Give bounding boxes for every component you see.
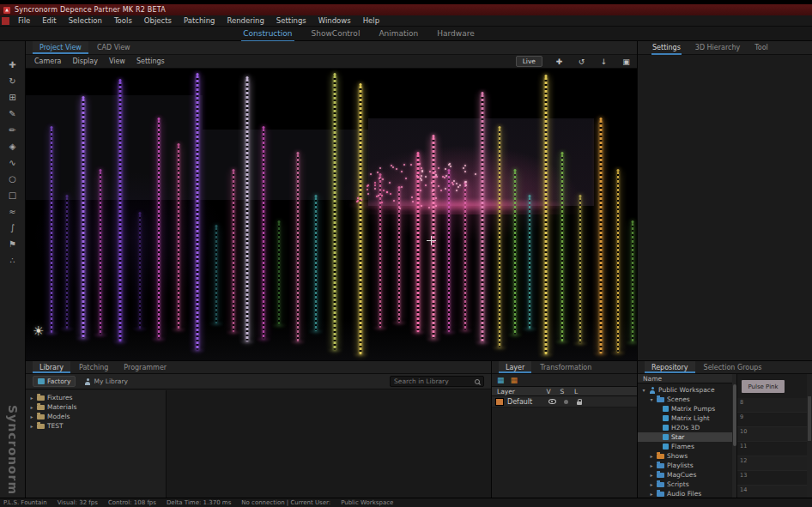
expander-icon	[649, 481, 654, 487]
folder-icon	[657, 397, 664, 402]
fountain-scene[interactable]: ☀	[26, 69, 637, 360]
transform-tool-icon[interactable]: ⊞	[5, 93, 21, 103]
tab-selection-groups[interactable]: Selection Groups	[697, 361, 769, 373]
tree-item-scripts[interactable]: Scripts	[638, 480, 732, 489]
cue-row[interactable]: 12	[737, 456, 807, 471]
tab-construction[interactable]: Construction	[241, 27, 294, 40]
tab-settings[interactable]: Settings	[651, 41, 682, 54]
tree-item-scenes[interactable]: Scenes	[638, 395, 732, 404]
viewport-menu-display[interactable]: Display	[72, 57, 98, 65]
draw-tool-icon[interactable]: ✎	[5, 109, 21, 119]
tree-item-public-workspace[interactable]: Public Workspace	[638, 385, 732, 395]
menu-patching[interactable]: Patching	[178, 16, 221, 25]
tree-item-flames[interactable]: Flames	[638, 442, 732, 451]
menu-edit[interactable]: Edit	[36, 16, 62, 25]
add-group-icon[interactable]: ▦	[511, 376, 518, 384]
tab-tool[interactable]: Tool	[754, 41, 769, 54]
cue-scrollbar[interactable]	[807, 374, 812, 498]
download-icon[interactable]: ↓	[598, 57, 609, 66]
menu-help[interactable]: Help	[357, 16, 385, 25]
cue-row[interactable]: 13	[737, 471, 807, 486]
menu-rendering[interactable]: Rendering	[221, 16, 270, 25]
cue-row[interactable]: 8	[737, 398, 807, 413]
folder-label: TEST	[47, 422, 64, 430]
my-library-source-button[interactable]: My Library	[79, 376, 133, 387]
viewport-menu-camera[interactable]: Camera	[34, 57, 61, 65]
fullscreen-icon[interactable]: ▣	[621, 57, 632, 66]
tab-patching[interactable]: Patching	[72, 361, 115, 373]
library-folder-fixtures[interactable]: Fixtures	[26, 393, 166, 402]
add-layer-icon[interactable]: ▦	[497, 376, 505, 384]
curve-tool-icon[interactable]: ∫	[5, 223, 21, 233]
tree-label: MagCues	[667, 471, 696, 479]
tree-item-audio-files[interactable]: Audio Files	[638, 489, 732, 498]
menu-tools[interactable]: Tools	[108, 16, 138, 25]
menu-settings[interactable]: Settings	[270, 16, 312, 25]
tree-item-star[interactable]: Star	[638, 432, 732, 442]
library-body: Fixtures Materials Models TEST	[26, 390, 491, 498]
tab-showcontrol[interactable]: ShowControl	[310, 27, 362, 40]
fill-tool-icon[interactable]: ◈	[5, 142, 21, 152]
tab-animation[interactable]: Animation	[377, 27, 420, 40]
lock-icon[interactable]	[577, 401, 582, 405]
move-tool-icon[interactable]: ✚	[5, 60, 21, 70]
titlebar: Syncronorm Depence Partner MK R2 BETA	[0, 4, 812, 15]
library-folder-test[interactable]: TEST	[26, 421, 166, 431]
pan-icon[interactable]: ✚	[554, 57, 565, 66]
brush-tool-icon[interactable]: ✏	[5, 125, 21, 136]
expander-icon	[649, 491, 654, 497]
viewport-menu-settings[interactable]: Settings	[136, 57, 165, 65]
solo-dot-icon[interactable]	[564, 400, 568, 404]
circle-tool-icon[interactable]: ○	[5, 174, 21, 184]
tab-repository[interactable]: Repository	[645, 361, 695, 373]
tab-project-view[interactable]: Project View	[33, 41, 88, 54]
live-button[interactable]: Live	[516, 56, 542, 67]
center-pink-glow	[331, 142, 588, 246]
tree-item-matrix-pumps[interactable]: Matrix Pumps	[638, 404, 732, 413]
tab-layer[interactable]: Layer	[499, 361, 531, 373]
tree-item-shows[interactable]: Shows	[638, 451, 732, 461]
scrollbar-thumb[interactable]	[808, 396, 811, 441]
group-tool-icon[interactable]: ∴	[5, 256, 21, 266]
tab-transformation[interactable]: Transformation	[533, 361, 598, 373]
tab-3d-hierarchy[interactable]: 3D Hierarchy	[694, 41, 741, 54]
menu-windows[interactable]: Windows	[312, 16, 357, 25]
cue-row[interactable]: 14	[737, 486, 807, 498]
status-control-fps: Control: 108 fps	[108, 499, 156, 506]
menu-file[interactable]: File	[12, 16, 36, 25]
cue-row[interactable]: 10	[737, 427, 807, 442]
tab-hardware[interactable]: Hardware	[435, 27, 476, 40]
library-folder-models[interactable]: Models	[26, 412, 166, 421]
visibility-eye-icon[interactable]	[548, 399, 556, 404]
menu-selection[interactable]: Selection	[63, 16, 108, 25]
rotate-tool-icon[interactable]: ↻	[5, 76, 21, 87]
folder-label: Fixtures	[47, 394, 72, 401]
sun-light-icon[interactable]: ☀	[33, 325, 44, 338]
flag-tool-icon[interactable]: ⚑	[5, 239, 21, 250]
factory-source-button[interactable]: Factory	[33, 376, 76, 387]
cue-row[interactable]: 9	[737, 413, 807, 427]
viewport-menu-view[interactable]: View	[109, 57, 125, 65]
scene-icon	[663, 434, 669, 440]
layer-toolbar: ▦ ▦	[492, 374, 637, 386]
wave-tool-icon[interactable]: ≈	[5, 207, 21, 217]
tree-item-playlists[interactable]: Playlists	[638, 461, 732, 470]
tab-programmer[interactable]: Programmer	[117, 361, 173, 373]
tab-cad-view[interactable]: CAD View	[90, 41, 137, 54]
layer-color-swatch[interactable]	[495, 398, 504, 406]
selected-cue-cell[interactable]: Pulse Pink	[742, 380, 785, 393]
expander-icon	[649, 462, 654, 468]
reset-view-icon[interactable]: ↺	[576, 57, 587, 66]
spline-tool-icon[interactable]: ∿	[5, 158, 21, 168]
menu-objects[interactable]: Objects	[138, 16, 178, 25]
tree-item-matrix-light[interactable]: Matrix Light	[638, 413, 732, 423]
search-input[interactable]	[394, 377, 471, 385]
rectangle-tool-icon[interactable]: □	[5, 190, 21, 201]
library-folder-materials[interactable]: Materials	[26, 402, 166, 412]
tab-library[interactable]: Library	[33, 361, 70, 373]
tree-item-h2os-3d[interactable]: H2Os 3D	[638, 423, 732, 432]
scrollbar-thumb[interactable]	[733, 384, 736, 446]
layer-row-default[interactable]: Default	[492, 396, 637, 407]
tree-item-magcues[interactable]: MagCues	[638, 470, 732, 480]
cue-row[interactable]: 11	[737, 442, 807, 456]
